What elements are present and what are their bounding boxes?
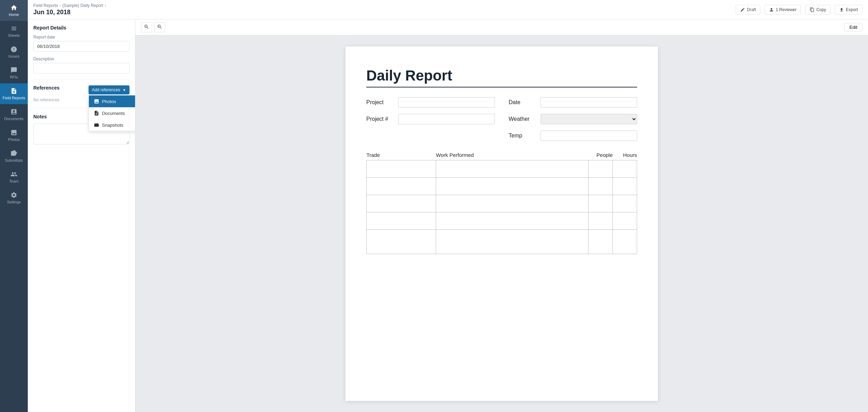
copy-button[interactable]: Copy [805, 5, 831, 15]
trade-cell[interactable] [367, 230, 436, 254]
zoom-in-icon [157, 24, 162, 30]
work-cell[interactable] [436, 230, 589, 254]
reviewer-button[interactable]: 1 Reviewer [765, 5, 801, 15]
trade-header: Trade [367, 152, 436, 160]
hours-cell[interactable] [613, 195, 637, 212]
weather-select[interactable]: Sunny Cloudy Rainy [541, 114, 637, 124]
work-cell[interactable] [436, 195, 589, 212]
trade-cell[interactable] [367, 160, 436, 178]
hours-cell[interactable] [613, 178, 637, 195]
snapshots-icon [94, 122, 99, 128]
dropdown-photos-label: Photos [102, 99, 116, 104]
add-references-button[interactable]: Add references ▼ [89, 85, 130, 94]
sidebar-item-documents[interactable]: Documents [0, 104, 28, 125]
sidebar-item-submittals[interactable]: Submittals [0, 146, 28, 167]
trade-cell[interactable] [367, 212, 436, 230]
trade-cell[interactable] [367, 178, 436, 195]
project-num-row: Project # [366, 114, 495, 124]
work-table-header: Trade Work Performed People Hours [367, 152, 637, 160]
report-details-title: Report Details [33, 25, 130, 31]
zoom-in-button[interactable] [154, 22, 165, 32]
date-row: Date [509, 97, 637, 108]
sidebar-label-field-reports: Field Reports [2, 96, 25, 100]
hours-cell[interactable] [613, 160, 637, 178]
project-input[interactable] [398, 97, 495, 108]
breadcrumb-field-reports[interactable]: Field Reports [33, 3, 58, 8]
description-input[interactable] [33, 63, 130, 74]
work-cell[interactable] [436, 160, 589, 178]
sidebar-label-documents: Documents [4, 117, 24, 121]
divider-1 [33, 79, 130, 79]
copy-icon [810, 7, 815, 12]
people-cell[interactable] [589, 160, 613, 178]
sidebar-item-home[interactable]: Home [0, 0, 28, 21]
sidebar-item-rfis[interactable]: RFIs [0, 62, 28, 83]
references-section-header: References Add references ▼ Photos [33, 85, 130, 95]
work-table: Trade Work Performed People Hours [366, 152, 637, 254]
sidebar-label-issues: Issues [8, 54, 19, 58]
reviewer-label: 1 Reviewer [776, 7, 796, 12]
temp-row: Temp [509, 131, 637, 141]
topbar-right: Draft 1 Reviewer Copy Export [736, 5, 862, 15]
export-button[interactable]: Export [835, 5, 862, 15]
topbar-left: Field Reports › (Sample) Daily Report › … [33, 3, 106, 16]
zoom-out-button[interactable] [141, 22, 152, 32]
table-row [367, 160, 637, 178]
doc-scroll[interactable]: Daily Report Project Project # [135, 35, 868, 412]
people-cell[interactable] [589, 195, 613, 212]
breadcrumb-sample-report[interactable]: (Sample) Daily Report [62, 3, 103, 8]
zoom-out-icon [144, 24, 149, 30]
hours-header: Hours [613, 152, 637, 160]
table-row [367, 178, 637, 195]
description-label: Description [33, 57, 130, 61]
trade-cell[interactable] [367, 195, 436, 212]
breadcrumb-sep2: › [105, 3, 106, 8]
sidebar-label-settings: Settings [7, 200, 21, 204]
sidebar-item-sheets[interactable]: Sheets [0, 21, 28, 42]
sidebar-label-team: Team [9, 179, 19, 183]
draft-button[interactable]: Draft [736, 5, 760, 15]
content-area: Report Details Report date Description R… [28, 19, 868, 412]
weather-row: Weather Sunny Cloudy Rainy [509, 114, 637, 124]
work-cell[interactable] [436, 212, 589, 230]
temp-input[interactable] [541, 131, 637, 141]
work-table-body [367, 160, 637, 254]
sidebar-item-settings[interactable]: Settings [0, 187, 28, 208]
edit-button[interactable]: Edit [844, 23, 862, 32]
sidebar: Home Sheets Issues RFIs Field Reports Do… [0, 0, 28, 412]
people-header: People [589, 152, 613, 160]
sidebar-item-team[interactable]: Team [0, 167, 28, 187]
work-cell[interactable] [436, 178, 589, 195]
table-row [367, 195, 637, 212]
add-references-wrapper: Add references ▼ Photos Documents [89, 85, 130, 94]
breadcrumb: Field Reports › (Sample) Daily Report › [33, 3, 106, 8]
hours-cell[interactable] [613, 230, 637, 254]
dropdown-documents-label: Documents [102, 111, 125, 116]
sidebar-label-home: Home [9, 12, 19, 17]
dropdown-snapshots-label: Snapshots [102, 123, 123, 128]
project-num-input[interactable] [398, 114, 495, 124]
doc-page: Daily Report Project Project # [345, 47, 658, 401]
right-fields: Date Weather Sunny Cloudy Rainy [509, 97, 637, 141]
people-cell[interactable] [589, 178, 613, 195]
add-references-label: Add references [92, 87, 120, 92]
description-field: Description [33, 57, 130, 74]
dropdown-documents[interactable]: Documents [89, 107, 135, 119]
doc-toolbar: Edit [135, 19, 868, 35]
export-icon [839, 7, 844, 12]
doc-area: Edit Daily Report Project Project [135, 19, 868, 412]
dropdown-photos[interactable]: Photos [89, 95, 135, 107]
draft-icon [740, 7, 745, 12]
left-fields: Project Project # [366, 97, 495, 141]
date-input[interactable] [541, 97, 637, 108]
topbar: Field Reports › (Sample) Daily Report › … [28, 0, 868, 19]
temp-label: Temp [509, 133, 536, 139]
report-date-input[interactable] [33, 41, 130, 52]
people-cell[interactable] [589, 212, 613, 230]
dropdown-snapshots[interactable]: Snapshots [89, 119, 135, 131]
sidebar-item-field-reports[interactable]: Field Reports [0, 83, 28, 104]
people-cell[interactable] [589, 230, 613, 254]
sidebar-item-photos[interactable]: Photos [0, 125, 28, 146]
hours-cell[interactable] [613, 212, 637, 230]
sidebar-item-issues[interactable]: Issues [0, 42, 28, 62]
